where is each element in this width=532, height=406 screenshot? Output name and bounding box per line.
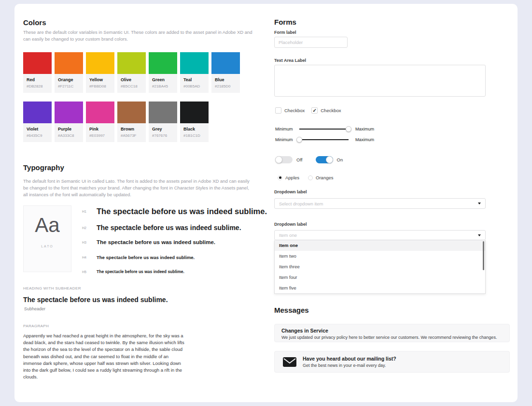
slider-min-label: Minimum [275, 127, 299, 131]
color-hex: #21BA45 [152, 84, 174, 88]
toggle-off[interactable] [275, 156, 293, 163]
message-box-service: Changes in Service We just updated our p… [274, 324, 510, 342]
message-body: Get the best news in your e-mail every d… [303, 363, 396, 368]
color-swatch-row-2: Violet #6435C9 Purple #A333C8 Pink #E039… [23, 102, 209, 142]
toggle-knob [326, 156, 333, 163]
checkbox-unchecked[interactable] [275, 107, 281, 114]
dropdown-item[interactable]: Item one [275, 240, 485, 251]
dropdown-label: Dropdown label [274, 222, 307, 227]
chevron-down-icon [478, 234, 481, 236]
subheader-block-label: HEADING WITH SUBHEADER [23, 286, 81, 290]
color-swatch-blue: Blue #2185D0 [211, 52, 240, 93]
color-swatch-violet: Violet #6435C9 [23, 102, 52, 142]
slider-handle[interactable] [296, 137, 302, 143]
messages-section-title: Messages [274, 306, 309, 314]
color-swatch-red: Red #DB2828 [23, 52, 52, 93]
dropdown-closed[interactable]: Select dropdown item [274, 198, 486, 209]
slider-handle[interactable] [346, 126, 351, 132]
checkbox-checked[interactable]: ✓ [311, 107, 318, 114]
heading-level-label: H3 [82, 241, 97, 244]
subheader-text: Subheader [24, 306, 45, 311]
envelope-icon [283, 357, 296, 367]
color-hex: #E03997 [89, 133, 111, 138]
color-hex: #DB2828 [27, 84, 48, 88]
menu-scrollbar[interactable] [483, 241, 484, 270]
color-swatch-purple: Purple #A333C8 [55, 102, 83, 142]
chevron-down-icon [478, 203, 481, 204]
color-block [55, 102, 83, 123]
slider-row-min: Minimum Maximum [275, 136, 374, 143]
color-swatch-row-1: Red #DB2828 Orange #F2711C Yellow #FBBD0… [23, 52, 240, 93]
typography-description: The default font in Semantic UI in calle… [23, 178, 255, 198]
checkbox-row: Checkbox ✓ Checkbox [275, 107, 341, 114]
font-sample-glyph: Aa [24, 214, 71, 237]
heading-sample-h2: The spectacle before us was indeed subli… [97, 224, 241, 232]
dropdown-label: Dropdown label [274, 189, 307, 194]
color-name: Olive [121, 77, 142, 82]
heading-sample-h3: The spectacle before us was indeed subli… [97, 239, 215, 245]
heading-sample-row: H5 The spectacle before us was indeed su… [82, 267, 184, 276]
color-block [180, 52, 209, 74]
toggle-on[interactable] [316, 156, 333, 163]
dropdown-item[interactable]: Item three [275, 261, 485, 272]
dropdown-item[interactable]: Item four [275, 272, 485, 283]
heading-sample-h5: The spectacle before us was indeed subli… [97, 269, 184, 274]
toggle-row: Off On [275, 156, 343, 163]
color-block [117, 102, 146, 123]
color-hex: #00B5AD [183, 84, 205, 88]
dropdown-item[interactable]: Item two [275, 251, 485, 261]
color-name: Orange [58, 77, 80, 82]
color-swatch-pink: Pink #E03997 [86, 102, 114, 142]
slider-line [299, 129, 349, 130]
radio-selected[interactable] [278, 175, 282, 180]
slider-track[interactable] [299, 126, 349, 132]
checkbox-label: Checkbox [284, 108, 305, 113]
color-block [86, 102, 114, 123]
dropdown-placeholder: Select dropdown item [279, 201, 478, 206]
color-name: Pink [89, 127, 111, 131]
form-textarea[interactable] [274, 65, 486, 97]
font-sample-name: LATO [24, 245, 71, 248]
font-sample-card: Aa LATO [23, 205, 71, 272]
color-hex: #1B1C1D [183, 133, 205, 138]
dropdown-value: Item one [279, 232, 478, 238]
color-name: Brown [121, 127, 142, 131]
slider-track[interactable] [299, 136, 349, 143]
color-block [23, 102, 52, 123]
slider-min-label: Minimum [275, 137, 299, 142]
color-hex: #767676 [152, 133, 174, 138]
toggle-off-label: Off [296, 157, 303, 162]
color-block [23, 52, 52, 74]
heading-level-label: H4 [82, 256, 97, 259]
color-swatch-yellow: Yellow #FBBD08 [86, 52, 114, 93]
typography-section-title: Typography [23, 163, 64, 172]
paragraph-sample: Apparently we had reached a great height… [23, 333, 187, 380]
checkbox-label: Checkbox [321, 108, 341, 113]
form-text-input[interactable] [274, 37, 348, 48]
color-swatch-black: Black #1B1C1D [180, 102, 209, 142]
color-name: Black [183, 127, 205, 131]
toggle-on-label: On [337, 157, 343, 162]
color-swatch-olive: Olive #B5CC18 [117, 52, 146, 93]
radio-unselected[interactable] [308, 175, 313, 180]
color-swatch-orange: Orange #F2711C [55, 52, 83, 93]
color-hex: #B5CC18 [121, 84, 142, 88]
dropdown-menu: Item one Item two Item three Item four I… [274, 240, 486, 294]
dropdown-open[interactable]: Item one [274, 230, 486, 240]
slider-max-label: Maximum [355, 127, 374, 131]
color-swatch-brown: Brown #A5673F [117, 102, 146, 142]
color-swatch-teal: Teal #00B5AD [180, 52, 209, 93]
subheader-heading: The spectacle before us was indeed subli… [23, 296, 168, 304]
radio-dot [279, 176, 281, 179]
color-hex: #F2711C [58, 84, 80, 88]
heading-level-label: H2 [82, 226, 97, 230]
heading-sample-h1: The spectacle before us was indeed subli… [97, 207, 267, 216]
color-name: Purple [58, 127, 80, 131]
dropdown-item[interactable]: Item five [275, 283, 485, 293]
message-title: Have you heard about our mailing list? [303, 356, 396, 362]
color-swatch-green: Green #21BA45 [149, 52, 177, 93]
color-hex: #A333C8 [58, 133, 80, 138]
heading-sample-row: H4 The spectacle before us was indeed su… [82, 252, 195, 262]
color-block [211, 52, 240, 74]
slider-max-label: Maximum [355, 137, 374, 142]
